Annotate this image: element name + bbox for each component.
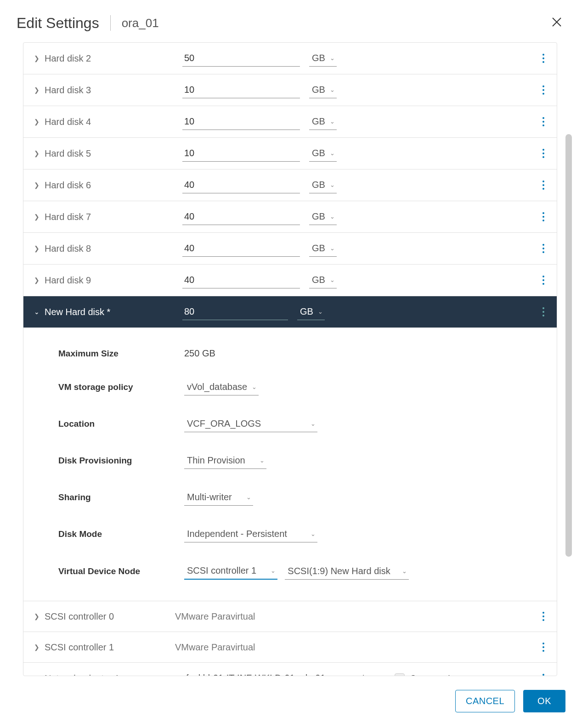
hard-disk-row: ❯ Hard disk 2 GB⌄ [23,43,557,74]
disk-unit-select[interactable]: GB⌄ [309,240,337,257]
disk-provisioning-label: Disk Provisioning [58,456,184,466]
hard-disk-expand[interactable]: ❯ Hard disk 4 [33,117,182,127]
chevron-right-icon: ❯ [33,245,41,252]
more-actions-button[interactable] [539,146,548,161]
svg-point-18 [542,216,544,218]
chevron-down-icon: ⌄ [330,86,335,93]
chevron-right-icon: ❯ [33,213,41,220]
svg-point-25 [542,283,544,285]
vdn-controller-select[interactable]: SCSI controller 1 ⌄ [184,563,277,580]
chevron-right-icon: ❯ [33,277,41,284]
scsi-controller-row: ❯ SCSI controller 1 VMware Paravirtual [23,632,557,663]
hard-disk-expand[interactable]: ❯ Hard disk 7 [33,212,182,222]
scsi-controller-expand[interactable]: ❯ SCSI controller 0 [33,611,175,622]
svg-point-4 [542,61,544,63]
disk-size-input[interactable] [182,82,300,98]
more-actions-button[interactable] [539,114,548,130]
chevron-down-icon: ⌄ [330,150,335,157]
scsi-controller-value: VMware Paravirtual [175,611,255,622]
vdn-slot-select[interactable]: SCSI(1:9) New Hard disk ⌄ [285,563,409,580]
hard-disk-label: Hard disk 9 [45,275,91,286]
vm-name: ora_01 [122,16,159,30]
cancel-button[interactable]: CANCEL [455,690,515,712]
svg-point-13 [542,156,544,158]
svg-point-15 [542,184,544,186]
svg-point-27 [542,311,544,313]
chevron-down-icon: ⌄ [330,213,335,220]
disk-size-input[interactable] [182,240,300,257]
scrollbar[interactable] [565,134,572,557]
scsi-controller-value: VMware Paravirtual [175,642,255,653]
disk-unit-select[interactable]: GB⌄ [309,82,337,98]
hard-disk-expand[interactable]: ❯ Hard disk 9 [33,275,182,286]
disk-unit-select[interactable]: GB⌄ [309,113,337,130]
chevron-right-icon: ❯ [33,181,41,189]
more-actions-button[interactable] [539,671,548,676]
disk-provisioning-select[interactable]: Thin Provision ⌄ [184,452,266,469]
hard-disk-label: Hard disk 4 [45,117,91,127]
hard-disk-row: ❯ Hard disk 6 GB⌄ [23,169,557,201]
hard-disk-expand[interactable]: ❯ Hard disk 5 [33,148,182,159]
more-actions-button[interactable] [539,639,548,655]
hard-disk-row: ❯ Hard disk 9 GB⌄ [23,265,557,296]
disk-unit-select[interactable]: GB⌄ [309,50,337,67]
chevron-right-icon: ❯ [33,118,41,125]
disk-size-input[interactable] [182,272,300,288]
hard-disk-label: Hard disk 2 [45,53,91,64]
vm-storage-policy-select[interactable]: vVol_database⌄ [184,379,259,395]
chevron-down-icon: ⌄ [330,181,335,188]
network-adapter-select[interactable]: vcf-wkld-01-IT-INF-WKLD-01-vds-01-pg-mgm… [175,670,384,676]
svg-point-22 [542,251,544,253]
new-disk-size-input[interactable] [182,304,288,320]
svg-point-29 [542,612,544,614]
connected-checkbox[interactable] [395,673,405,676]
disk-size-input[interactable] [182,145,300,162]
hard-disk-expand[interactable]: ❯ Hard disk 3 [33,85,182,96]
dialog-title: Edit Settings [17,15,99,32]
svg-point-10 [542,124,544,126]
chevron-down-icon: ⌄ [402,568,407,575]
ok-button[interactable]: OK [523,690,565,712]
more-actions-button[interactable] [539,304,548,320]
scsi-controller-expand[interactable]: ❯ SCSI controller 1 [33,642,175,653]
chevron-right-icon: ❯ [33,55,41,62]
new-hard-disk-expand[interactable]: ⌄ New Hard disk * [33,307,182,317]
more-actions-button[interactable] [539,272,548,288]
disk-unit-select[interactable]: GB⌄ [309,145,337,162]
chevron-down-icon: ⌄ [318,308,323,315]
svg-point-23 [542,276,544,277]
chevron-down-icon: ⌄ [33,308,41,316]
chevron-down-icon: ⌄ [330,118,335,125]
connected-label: Connected [410,674,450,677]
disk-size-input[interactable] [182,209,300,225]
disk-unit-select[interactable]: GB⌄ [309,177,337,193]
virtual-device-node-label: Virtual Device Node [58,566,184,576]
more-actions-button[interactable] [539,82,548,98]
disk-size-input[interactable] [182,177,300,193]
hard-disk-row: ❯ Hard disk 7 GB⌄ [23,201,557,233]
new-disk-unit-select[interactable]: GB⌄ [297,304,325,320]
network-adapter-expand[interactable]: ❯ Network adapter 1 [33,673,175,677]
disk-unit-select[interactable]: GB⌄ [309,272,337,288]
svg-point-9 [542,121,544,123]
close-icon[interactable] [548,13,565,33]
more-actions-button[interactable] [539,241,548,256]
hard-disk-expand[interactable]: ❯ Hard disk 8 [33,243,182,254]
hard-disk-expand[interactable]: ❯ Hard disk 2 [33,53,182,64]
sharing-select[interactable]: Multi-writer ⌄ [184,489,253,506]
more-actions-button[interactable] [539,209,548,225]
more-actions-button[interactable] [539,609,548,624]
chevron-down-icon: ⌄ [377,675,382,676]
disk-size-input[interactable] [182,113,300,130]
disk-mode-select[interactable]: Independent - Persistent⌄ [184,526,317,542]
svg-point-7 [542,93,544,95]
disk-unit-select[interactable]: GB⌄ [309,209,337,225]
location-select[interactable]: VCF_ORA_LOGS⌄ [184,416,317,432]
more-actions-button[interactable] [539,51,548,66]
disk-size-input[interactable] [182,50,300,67]
chevron-right-icon: ❯ [33,150,41,157]
svg-point-12 [542,152,544,154]
hard-disk-row: ❯ Hard disk 3 GB⌄ [23,74,557,106]
hard-disk-expand[interactable]: ❯ Hard disk 6 [33,180,182,191]
more-actions-button[interactable] [539,177,548,193]
